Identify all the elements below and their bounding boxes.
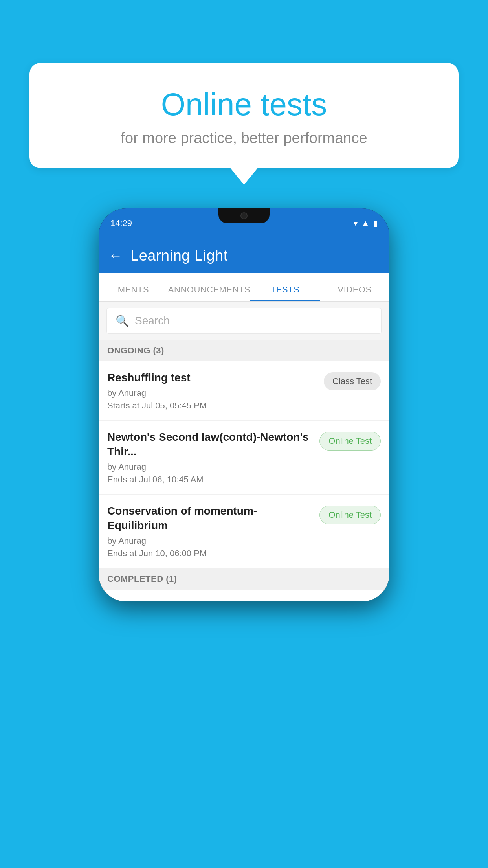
tab-tests[interactable]: TESTS xyxy=(250,285,320,301)
phone-bottom-bezel xyxy=(99,590,389,601)
badge-online-test-3: Online Test xyxy=(319,506,381,524)
test-item-3[interactable]: Conservation of momentum-Equilibrium by … xyxy=(99,495,389,568)
test-by-3: by Anurag xyxy=(107,536,315,546)
tab-announcements[interactable]: ANNOUNCEMENTS xyxy=(168,285,250,301)
bubble-title: Online tests xyxy=(49,86,439,123)
tabs-container: MENTS ANNOUNCEMENTS TESTS VIDEOS xyxy=(99,273,389,302)
badge-class-test-1: Class Test xyxy=(324,372,381,390)
promo-bubble: Online tests for more practice, better p… xyxy=(29,63,459,168)
test-info-3: Conservation of momentum-Equilibrium by … xyxy=(107,504,315,559)
search-container: 🔍 Search xyxy=(99,302,389,340)
test-item[interactable]: Reshuffling test by Anurag Starts at Jul… xyxy=(99,361,389,421)
status-bar: 14:29 ▾ ▲ ▮ xyxy=(99,208,389,238)
tab-videos[interactable]: VIDEOS xyxy=(320,285,389,301)
test-item-2[interactable]: Newton's Second law(contd)-Newton's Thir… xyxy=(99,421,389,495)
search-icon: 🔍 xyxy=(116,314,129,327)
battery-icon: ▮ xyxy=(373,219,378,228)
signal-icon: ▲ xyxy=(361,219,369,228)
test-time-3: Ends at Jun 10, 06:00 PM xyxy=(107,548,315,559)
test-name-2: Newton's Second law(contd)-Newton's Thir… xyxy=(107,430,315,459)
test-by-1: by Anurag xyxy=(107,388,319,398)
status-time: 14:29 xyxy=(110,218,132,228)
phone-frame: 14:29 ▾ ▲ ▮ ← Learning Light MENTS ANNOU… xyxy=(99,208,389,601)
front-camera xyxy=(240,212,248,219)
wifi-icon: ▾ xyxy=(354,219,358,228)
app-header: ← Learning Light xyxy=(99,238,389,273)
test-info-1: Reshuffling test by Anurag Starts at Jul… xyxy=(107,371,319,411)
bubble-subtitle: for more practice, better performance xyxy=(49,130,439,147)
search-input[interactable]: Search xyxy=(135,314,170,327)
test-info-2: Newton's Second law(contd)-Newton's Thir… xyxy=(107,430,315,485)
test-by-2: by Anurag xyxy=(107,462,315,472)
test-name-3: Conservation of momentum-Equilibrium xyxy=(107,504,315,533)
test-list: Reshuffling test by Anurag Starts at Jul… xyxy=(99,361,389,568)
badge-online-test-2: Online Test xyxy=(319,432,381,451)
status-icons: ▾ ▲ ▮ xyxy=(354,219,378,228)
phone-mockup: 14:29 ▾ ▲ ▮ ← Learning Light MENTS ANNOU… xyxy=(99,208,389,601)
back-button[interactable]: ← xyxy=(108,247,123,264)
app-title: Learning Light xyxy=(130,247,228,264)
test-name-1: Reshuffling test xyxy=(107,371,319,385)
search-bar[interactable]: 🔍 Search xyxy=(106,308,382,334)
test-time-1: Starts at Jul 05, 05:45 PM xyxy=(107,401,319,411)
test-time-2: Ends at Jul 06, 10:45 AM xyxy=(107,474,315,485)
section-ongoing: ONGOING (3) xyxy=(99,340,389,361)
tab-ments[interactable]: MENTS xyxy=(99,285,168,301)
phone-notch xyxy=(218,208,270,223)
section-completed: COMPLETED (1) xyxy=(99,568,389,590)
